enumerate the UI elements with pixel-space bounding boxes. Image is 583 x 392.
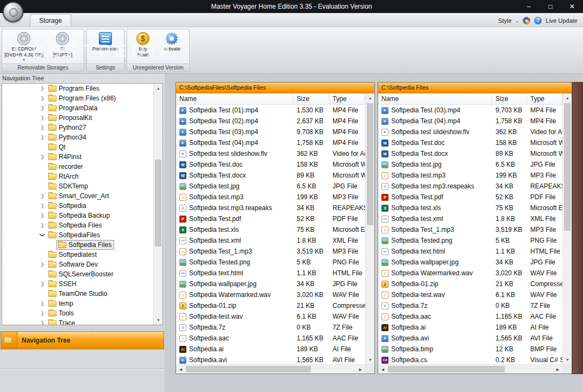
help-icon[interactable]: ?: [534, 17, 542, 24]
navigation-tree-bar[interactable]: Navigation Tree: [1, 331, 164, 349]
expander-icon[interactable]: [38, 125, 47, 130]
tree-item[interactable]: Program Files: [2, 84, 153, 93]
file-row[interactable]: Softpedia Test (01).mp4 1,530 KB MP4 Fil…: [176, 105, 365, 116]
expander-icon[interactable]: [38, 105, 47, 111]
file-row[interactable]: Softpedia.bmp 12 KB BMP File: [378, 344, 562, 355]
tree-item[interactable]: Software Dev: [2, 260, 153, 269]
file-row[interactable]: Softpedia wallpaper.jpg 34 KB JPG File: [378, 257, 562, 268]
file-row[interactable]: Softpedia test.jpg 6.5 KB JPG File: [176, 181, 365, 192]
file-row[interactable]: Softpedia Test.doc 158 KB Microsoft Word…: [378, 137, 562, 148]
vertical-scrollbar[interactable]: [365, 93, 374, 364]
preferences-button[interactable]: Preferences: [88, 30, 123, 52]
file-row[interactable]: Softpedia Watermarked.wav 3,020 KB WAV F…: [176, 289, 365, 300]
tree-item[interactable]: Qt: [2, 142, 153, 152]
tree-item[interactable]: Softpedia: [2, 201, 153, 211]
file-row[interactable]: Softpedia.cs 0.2 KB Visual C# Source fil…: [378, 355, 562, 364]
tree-item[interactable]: recorder: [2, 162, 153, 172]
tree-item[interactable]: Python34: [2, 132, 153, 142]
drive-e-button[interactable]: E: CDROM [DVD+R 4.38 GB] ▾: [3, 30, 45, 61]
scroll-up-button[interactable]: [154, 84, 163, 93]
style-dropdown[interactable]: Style: [498, 17, 511, 24]
file-row[interactable]: Softpedia test.mp3 199 KB MP3 File: [378, 170, 562, 181]
expander-icon[interactable]: [38, 86, 47, 91]
expander-icon[interactable]: [38, 223, 47, 228]
file-row[interactable]: Softpedia.avi 1,565 KB AVI File: [176, 355, 365, 364]
file-row[interactable]: Softpedia.aac 1,165 KB AAC File: [176, 333, 365, 344]
expander-icon[interactable]: [38, 311, 47, 316]
column-type[interactable]: Type: [527, 93, 562, 104]
file-row[interactable]: Softpedia Test.docx 89 KB Microsoft Word…: [176, 170, 365, 181]
tree-item[interactable]: Softpedia Files: [2, 240, 153, 250]
tree-item[interactable]: Tools: [2, 308, 153, 318]
tree-item[interactable]: SQLServerBooster: [2, 269, 153, 279]
maximize-button[interactable]: □: [540, 0, 561, 13]
file-row[interactable]: Softpedia.ai 189 KB AI File: [378, 322, 562, 333]
expander-icon[interactable]: [38, 281, 47, 287]
file-row[interactable]: Softpedia-test.wav 6.1 KB WAV File: [176, 311, 365, 322]
scroll-up-button[interactable]: [563, 93, 572, 103]
scroll-right-button[interactable]: [356, 365, 365, 374]
buy-now-button[interactable]: $ Buy Now!: [129, 30, 156, 58]
tree-vertical-scrollbar[interactable]: [153, 84, 162, 325]
scrollbar-thumb[interactable]: [564, 103, 571, 231]
tree-item[interactable]: Program Files (x86): [2, 93, 153, 103]
chevron-down-icon[interactable]: ⌄: [516, 18, 519, 23]
expander-icon[interactable]: [38, 213, 47, 218]
scroll-down-button[interactable]: [366, 355, 375, 364]
file-row[interactable]: Softpedia test.xml 1.8 KB XML File: [176, 235, 365, 246]
expander-icon[interactable]: [38, 301, 47, 306]
file-row[interactable]: Softpedia Test_1.mp3 3,519 KB MP3 File: [378, 224, 562, 235]
file-row[interactable]: Softpedia.7z 0 KB 7Z File: [176, 322, 365, 333]
file-row[interactable]: Softpedia-test.wav 6.1 KB WAV File: [378, 289, 562, 300]
expander-icon[interactable]: [38, 154, 47, 160]
expander-icon[interactable]: [38, 203, 47, 208]
file-row[interactable]: Softpedia test.xls 75 KB Microsoft Excel…: [176, 224, 365, 235]
drive-f-button[interactable]: F: [EMPTY]: [45, 30, 80, 58]
file-row[interactable]: Softpedia Test.doc 158 KB Microsoft Word…: [176, 159, 365, 170]
style-palette-icon[interactable]: [523, 17, 530, 24]
tree-item[interactable]: Softpediatest: [2, 250, 153, 260]
file-row[interactable]: Softpedia wallpaper.jpg 34 KB JPG File: [176, 279, 365, 289]
tree-item[interactable]: Smart_Cover_Art: [2, 191, 153, 201]
vertical-scrollbar[interactable]: [562, 93, 572, 364]
app-menu-button[interactable]: [3, 2, 23, 22]
tree-item[interactable]: SDKTemp: [2, 181, 153, 191]
expander-icon[interactable]: [38, 135, 47, 140]
scroll-up-button[interactable]: [366, 93, 375, 103]
file-row[interactable]: Softpedia test.jpg 6.5 KB JPG File: [378, 159, 562, 170]
tree-item[interactable]: RtArch: [2, 172, 153, 181]
file-row[interactable]: Softpedia text.html 1.1 KB HTML File: [378, 246, 562, 257]
file-row[interactable]: Softpedia.7z 0 KB 7Z File: [378, 300, 562, 311]
tree-item[interactable]: TeamOne Studio: [2, 289, 153, 299]
expander-icon[interactable]: [38, 262, 47, 267]
file-row[interactable]: Softpedia Test (04).mp4 1,758 KB MP4 Fil…: [378, 116, 562, 127]
scroll-down-button[interactable]: [154, 315, 163, 325]
column-name[interactable]: Name: [378, 93, 492, 104]
horizontal-scrollbar[interactable]: [378, 364, 562, 374]
column-size[interactable]: Size: [293, 93, 329, 104]
scroll-right-button[interactable]: [553, 365, 562, 374]
scrollbar-thumb[interactable]: [155, 160, 161, 246]
tree-item[interactable]: Softpedia Files: [2, 220, 153, 230]
tree-item[interactable]: Softpedia Backup: [2, 211, 153, 220]
file-row[interactable]: Softpedia Tested.png 5 KB PNG File: [378, 235, 562, 246]
expander-icon[interactable]: [38, 115, 47, 121]
tab-storage[interactable]: Storage: [30, 14, 71, 27]
expander-icon[interactable]: [38, 96, 47, 101]
file-row[interactable]: Softpedia Test (03).mp4 9,708 KB MP4 Fil…: [176, 127, 365, 137]
scrollbar-thumb[interactable]: [388, 366, 505, 372]
file-row[interactable]: Softpedia Test.pdf 52 KB PDF File: [378, 192, 562, 203]
file-row[interactable]: Softpedia Tested.png 5 KB PNG File: [176, 257, 365, 268]
horizontal-scrollbar[interactable]: [176, 364, 365, 374]
scroll-down-button[interactable]: [563, 355, 572, 364]
scroll-left-button[interactable]: [378, 365, 387, 374]
tree-item[interactable]: SoftpediaFiles: [2, 230, 153, 240]
expander-icon[interactable]: [38, 193, 47, 199]
file-row[interactable]: Softpedia test slideshow.flv 362 KB Vide…: [378, 127, 562, 137]
file-row[interactable]: Softpedia test.mp3.reapeaks 34 KB REAPEA…: [378, 181, 562, 192]
file-row[interactable]: Softpedia test slideshow.flv 362 KB Vide…: [176, 148, 365, 159]
expander-icon[interactable]: [38, 320, 47, 325]
file-row[interactable]: Softpedia Test_1.mp3 3,519 KB MP3 File: [176, 246, 365, 257]
splitter-grip[interactable]: .........: [0, 325, 165, 331]
column-size[interactable]: Size: [492, 93, 527, 104]
